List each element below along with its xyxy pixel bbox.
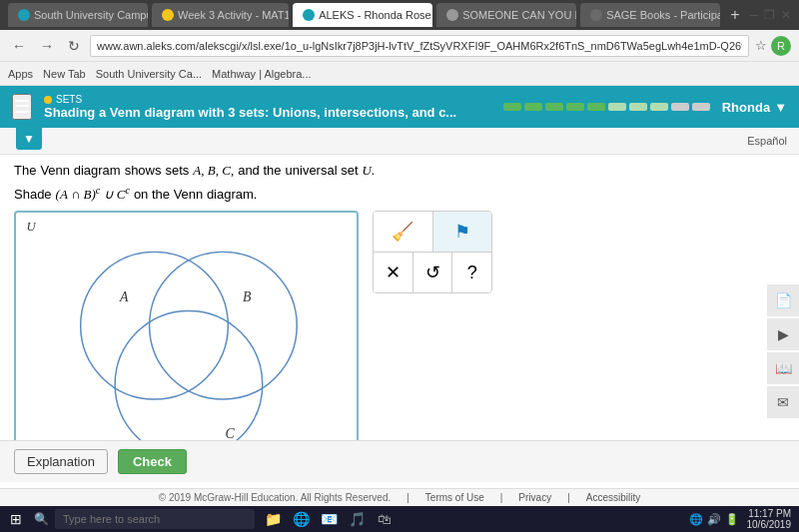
footer-separator-3: | <box>567 492 570 503</box>
bookmark-newtab[interactable]: New Tab <box>43 68 86 80</box>
taskbar-mail-icon[interactable]: 📧 <box>317 507 341 531</box>
universal-var: U. <box>363 163 376 179</box>
tab-3-favicon <box>303 9 315 21</box>
taskbar-search-input[interactable] <box>55 509 255 529</box>
sidebar-notes-button[interactable]: 📄 <box>767 284 799 316</box>
undo-tool[interactable]: ↺ <box>413 253 453 292</box>
taskbar-network-icon[interactable]: 🌐 <box>689 513 703 526</box>
problem-shows: shows <box>125 163 162 178</box>
venn-label-b: B <box>243 289 252 304</box>
browser-tabs-bar: South University Campu... ✕ Week 3 Activ… <box>0 0 799 30</box>
tab-1[interactable]: South University Campu... ✕ <box>8 3 148 27</box>
flag-icon: ⚑ <box>454 221 470 243</box>
address-bar[interactable] <box>90 35 749 57</box>
taskbar-file-explorer-icon[interactable]: 📁 <box>261 507 285 531</box>
check-button[interactable]: Check <box>118 449 187 474</box>
espanol-button[interactable]: Español <box>747 135 787 147</box>
new-tab-button[interactable]: + <box>724 6 745 24</box>
footer-separator-1: | <box>406 492 409 503</box>
sets-dot-icon <box>44 96 52 104</box>
universal-set-link[interactable]: universal set <box>286 163 359 178</box>
forward-button[interactable]: → <box>36 36 58 56</box>
sidebar-video-button[interactable]: ▶ <box>767 318 799 350</box>
footer-terms-link[interactable]: Terms of Use <box>425 492 484 503</box>
tab-5-favicon <box>590 9 602 21</box>
eraser-tool[interactable]: 🧹 <box>374 212 433 252</box>
taskbar-clock[interactable]: 11:17 PM 10/6/2019 <box>747 508 792 530</box>
tab-1-favicon <box>18 9 30 21</box>
sets-link[interactable]: sets <box>166 163 190 178</box>
problem-line-2: Shade (A ∩ B)c ∪ Cc on the Venn diagram. <box>14 185 785 203</box>
progress-seg-7 <box>629 103 647 111</box>
venn-svg[interactable]: U A B C <box>16 213 357 463</box>
explanation-button[interactable]: Explanation <box>14 449 108 474</box>
tab-3-label: ALEKS - Rhonda Rose -... <box>319 9 432 21</box>
taskbar-volume-icon[interactable]: 🔊 <box>707 513 721 526</box>
tab-5[interactable]: SAGE Books - Participati... ✕ <box>580 3 720 27</box>
progress-seg-9 <box>671 103 689 111</box>
restore-button[interactable]: ❐ <box>764 8 775 22</box>
and-the: and the <box>238 163 281 178</box>
dropdown-toggle[interactable]: ▼ <box>16 128 42 150</box>
start-button[interactable]: ⊞ <box>4 511 28 527</box>
sidebar-message-button[interactable]: ✉ <box>767 386 799 418</box>
taskbar-time-value: 11:17 PM <box>748 508 791 519</box>
profile-button[interactable]: R <box>771 36 791 56</box>
progress-seg-6 <box>608 103 626 111</box>
taskbar-battery-icon[interactable]: 🔋 <box>725 513 739 526</box>
bookmark-apps[interactable]: Apps <box>8 68 33 80</box>
help-tool[interactable]: ? <box>452 253 491 292</box>
progress-seg-2 <box>524 103 542 111</box>
problem-line-1: The Venn diagram shows sets A, B, C, and… <box>14 163 785 179</box>
sidebar-textbook-button[interactable]: 📖 <box>767 352 799 384</box>
footer-accessibility-link[interactable]: Accessibility <box>586 492 640 503</box>
tab-4-label: SOMEONE CAN YOU PL... <box>462 9 576 21</box>
message-icon: ✉ <box>777 394 789 410</box>
footer-copyright: © 2019 McGraw-Hill Education. All Rights… <box>159 492 391 503</box>
aleks-header: ☰ SETS Shading a Venn diagram with 3 set… <box>0 86 799 128</box>
taskbar-music-icon[interactable]: 🎵 <box>345 507 369 531</box>
cross-icon: ✕ <box>386 262 400 283</box>
tools-row-1: 🧹 ⚑ <box>374 212 491 253</box>
bookmark-south[interactable]: South University Ca... <box>96 68 202 80</box>
venn-circle-b <box>150 253 298 400</box>
tab-2-label: Week 3 Activity - MAT1... <box>178 9 289 21</box>
flag-tool[interactable]: ⚑ <box>433 212 492 252</box>
footer-privacy-link[interactable]: Privacy <box>518 492 551 503</box>
progress-seg-4 <box>566 103 584 111</box>
venn-diagram-link[interactable]: Venn diagram <box>40 163 120 178</box>
star-button[interactable]: ☆ <box>755 38 767 53</box>
tab-2[interactable]: Week 3 Activity - MAT1... ✕ <box>152 3 289 27</box>
sets-label: SETS <box>44 94 456 105</box>
user-menu[interactable]: Rhonda ▼ <box>722 100 787 115</box>
taskbar-store-icon[interactable]: 🛍 <box>373 507 397 531</box>
venn-circle-a <box>81 253 229 400</box>
progress-seg-10 <box>692 103 710 111</box>
reload-button[interactable]: ↻ <box>64 36 84 56</box>
progress-seg-3 <box>545 103 563 111</box>
bookmark-mathway[interactable]: Mathway | Algebra... <box>212 68 311 80</box>
search-icon[interactable]: 🔍 <box>30 512 53 526</box>
hamburger-menu[interactable]: ☰ <box>12 94 32 120</box>
shade-label: Shade <box>14 187 52 202</box>
clear-tool[interactable]: ✕ <box>374 253 413 292</box>
tab-4[interactable]: SOMEONE CAN YOU PL... ✕ <box>436 3 576 27</box>
tab-3[interactable]: ALEKS - Rhonda Rose -... ✕ <box>293 3 432 27</box>
book-icon: 📖 <box>775 360 792 376</box>
footer-separator-2: | <box>500 492 503 503</box>
close-window-button[interactable]: ✕ <box>781 8 791 22</box>
back-button[interactable]: ← <box>8 36 30 56</box>
taskbar-browser-icon[interactable]: 🌐 <box>289 507 313 531</box>
tab-4-favicon <box>446 9 458 21</box>
help-icon: ? <box>467 263 477 283</box>
video-icon: ▶ <box>778 326 789 342</box>
taskbar-date-value: 10/6/2019 <box>747 519 792 530</box>
problem-prefix: The <box>14 163 36 178</box>
minimize-button[interactable]: ─ <box>749 8 758 22</box>
taskbar-right-area: 🌐 🔊 🔋 11:17 PM 10/6/2019 <box>689 508 796 530</box>
venn-diagram[interactable]: U A B C <box>14 211 359 465</box>
math-expression: (A ∩ B)c ∪ Cc <box>56 185 130 203</box>
tools-panel: 🧹 ⚑ ✕ ↺ ? <box>373 211 492 465</box>
progress-seg-8 <box>650 103 668 111</box>
topic-title: Shading a Venn diagram with 3 sets: Unio… <box>44 105 456 120</box>
